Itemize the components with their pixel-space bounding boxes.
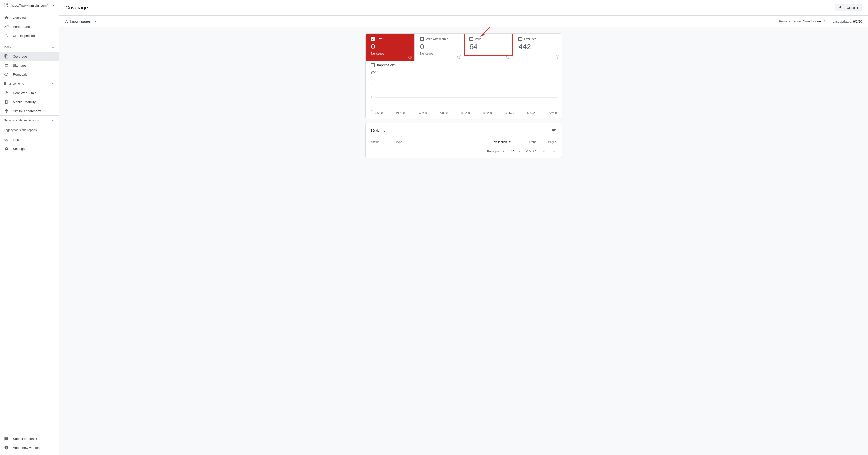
visibility-off-icon <box>4 72 9 77</box>
next-page-button[interactable] <box>552 149 557 154</box>
tab-label: Valid with warnin… <box>426 37 451 41</box>
section-title: Legacy tools and reports <box>4 128 37 132</box>
tab-error[interactable]: Error 0 No issues ? <box>366 34 415 61</box>
nav-about-new-version[interactable]: About new version <box>0 443 59 452</box>
nav-overview[interactable]: Overview <box>0 13 59 22</box>
pages-filter[interactable]: All known pages <box>65 19 98 24</box>
checkbox-icon <box>371 63 375 67</box>
nav-section-enhancements[interactable]: Enhancements <box>0 79 59 88</box>
prev-page-button[interactable] <box>541 149 546 154</box>
property-selector[interactable]: https://www.mmldigi.com/ <box>0 0 59 11</box>
filter-label: All known pages <box>65 20 91 23</box>
chart: Pages 3 2 1 0 3/6/20 3/17/20 3/28/20 <box>371 69 557 114</box>
nav-core-web-vitals[interactable]: Core Web Vitals <box>0 88 59 97</box>
page-title: Coverage <box>65 5 88 11</box>
tab-valid[interactable]: Valid 64 ? <box>464 34 513 56</box>
impressions-toggle[interactable]: Impressions <box>371 62 557 69</box>
tab-value: 64 <box>469 42 509 51</box>
chevron-down-icon <box>51 118 55 123</box>
help-icon[interactable]: ? <box>408 55 412 59</box>
nav-coverage[interactable]: Coverage <box>0 52 59 61</box>
rows-per-page[interactable]: Rows per page: 10 <box>487 150 521 153</box>
trending-icon <box>4 24 9 29</box>
home-icon <box>4 15 9 20</box>
tab-value: 442 <box>518 42 558 51</box>
download-icon <box>838 5 843 10</box>
chevron-down-icon <box>51 128 55 132</box>
checkbox-icon <box>518 37 522 41</box>
tab-excluded[interactable]: Excluded 442 ? <box>513 34 562 61</box>
impressions-label: Impressions <box>377 63 396 67</box>
nav-label: Removals <box>13 72 27 76</box>
export-label: EXPORT <box>844 6 859 10</box>
details-title: Details <box>371 128 385 133</box>
nav-label: Coverage <box>13 55 27 58</box>
sort-up-icon <box>508 140 512 144</box>
col-validation[interactable]: Validation <box>482 140 512 144</box>
section-title: Enhancements <box>4 82 24 86</box>
help-icon[interactable]: ? <box>823 20 826 23</box>
nav-removals[interactable]: Removals <box>0 70 59 79</box>
sidebar: https://www.mmldigi.com/ Overview Perfor… <box>0 0 59 455</box>
help-icon[interactable]: ? <box>457 55 461 59</box>
chart-x-axis: 3/6/20 3/17/20 3/28/20 4/8/20 4/19/20 4/… <box>375 111 557 114</box>
last-updated: Last updated: 6/2/20 <box>832 20 862 23</box>
layers-icon <box>4 109 9 113</box>
tab-value: 0 <box>371 42 410 51</box>
pagination-range: 0-0 of 0 <box>526 150 536 153</box>
coverage-card: Error 0 No issues ? Valid with warnin… 0 <box>365 33 562 119</box>
nav-links[interactable]: Links <box>0 135 59 144</box>
export-button[interactable]: EXPORT <box>835 4 862 11</box>
nav-section-security[interactable]: Security & Manual Actions <box>0 115 59 125</box>
filter-icon[interactable] <box>551 128 557 133</box>
site-url: https://www.mmldigi.com/ <box>11 4 49 7</box>
filter-bar: All known pages Primary crawler: Smartph… <box>59 16 868 27</box>
nav-section-index[interactable]: Index <box>0 42 59 52</box>
chart-ylabel: Pages <box>371 69 557 72</box>
nav-label: URL inspection <box>13 34 35 38</box>
help-icon[interactable]: ? <box>556 55 559 59</box>
sitemap-icon <box>4 63 9 68</box>
nav-label: Submit feedback <box>13 437 37 441</box>
tab-value: 0 <box>420 42 460 51</box>
nav-submit-feedback[interactable]: Submit feedback <box>0 434 59 443</box>
nav-sitelinks-searchbox[interactable]: Sitelinks searchbox <box>0 107 59 115</box>
nav-settings[interactable]: Settings <box>0 144 59 153</box>
chevron-down-icon <box>93 19 98 24</box>
col-type[interactable]: Type <box>396 140 482 144</box>
tab-label: Valid <box>475 37 482 41</box>
search-icon <box>4 33 9 38</box>
tab-label: Excluded <box>524 37 536 41</box>
nav-mobile-usability[interactable]: Mobile Usability <box>0 97 59 107</box>
link-icon <box>4 137 9 142</box>
nav-label: Performance <box>13 25 31 29</box>
search-console-logo-icon <box>3 3 8 8</box>
nav-label: Sitemaps <box>13 64 26 67</box>
col-status[interactable]: Status <box>371 140 396 144</box>
status-tabs: Error 0 No issues ? Valid with warnin… 0 <box>366 34 562 61</box>
checkbox-icon <box>420 37 424 41</box>
nav-label: Sitelinks searchbox <box>13 109 41 113</box>
speed-icon <box>4 90 9 95</box>
filter-meta: Primary crawler: Smartphone ? Last updat… <box>779 20 862 23</box>
col-trend[interactable]: Trend <box>512 140 536 144</box>
nav: Overview Performance URL inspection Inde… <box>0 11 59 434</box>
nav-sitemaps[interactable]: Sitemaps <box>0 61 59 70</box>
nav-performance[interactable]: Performance <box>0 22 59 31</box>
chevron-down-icon <box>517 150 521 153</box>
help-icon[interactable]: ? <box>506 55 510 59</box>
nav-url-inspection[interactable]: URL inspection <box>0 31 59 40</box>
feedback-icon <box>4 436 9 441</box>
nav-label: Overview <box>13 16 26 20</box>
col-pages[interactable]: Pages <box>536 140 557 144</box>
section-title: Index <box>4 46 11 49</box>
nav-section-legacy[interactable]: Legacy tools and reports <box>0 125 59 135</box>
nav-label: Links <box>13 138 21 142</box>
chart-section: Impressions Pages 3 2 1 0 3/6/20 <box>366 61 562 119</box>
pagination: Rows per page: 10 0-0 of 0 <box>371 146 557 154</box>
tab-valid-warnings[interactable]: Valid with warnin… 0 No issues ? <box>415 34 464 61</box>
tab-sub: No issues <box>371 52 410 55</box>
pages-icon <box>4 54 9 59</box>
details-card: Details Status Type Validation Trend Pag… <box>365 123 562 158</box>
checkbox-checked-icon <box>371 37 375 41</box>
